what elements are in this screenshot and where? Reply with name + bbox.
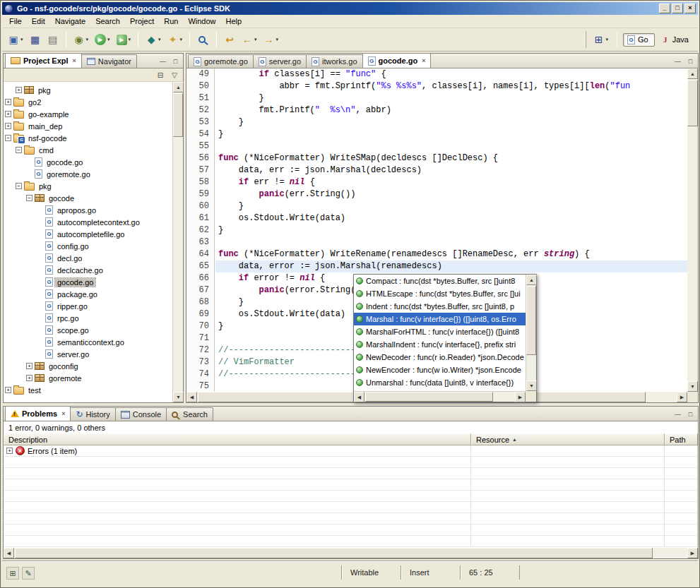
problems-tab-search[interactable]: Search	[166, 407, 213, 421]
scrollbar-thumb[interactable]	[15, 548, 653, 558]
popup-vertical-scrollbar[interactable]: ▲ ▼	[526, 275, 536, 391]
menu-window[interactable]: Window	[183, 15, 220, 28]
menu-project[interactable]: Project	[125, 15, 159, 28]
tree-expander-icon[interactable]: +	[5, 111, 11, 117]
editor-tab-itworks-go[interactable]: itworks.go	[306, 54, 363, 68]
tree-item-ripper-go[interactable]: ripper.go	[4, 300, 172, 312]
open-perspective-button[interactable]: ⊞ ▾	[591, 31, 612, 48]
problems-tab-console[interactable]: Console	[115, 407, 167, 421]
problems-horizontal-scrollbar[interactable]: ◀ ▶	[4, 548, 698, 558]
scroll-down-button[interactable]: ▼	[526, 380, 537, 391]
collapse-all-button[interactable]: ⊟	[155, 71, 166, 79]
scroll-down-button[interactable]: ▼	[687, 381, 698, 392]
table-row[interactable]	[4, 457, 698, 468]
close-icon[interactable]: ×	[61, 410, 65, 417]
menu-file[interactable]: File	[4, 15, 27, 28]
minimize-view-button[interactable]: —	[157, 56, 169, 66]
tree-expander-icon[interactable]: +	[16, 87, 22, 93]
table-row[interactable]	[4, 502, 698, 513]
tree-item-config-go[interactable]: config.go	[4, 240, 172, 252]
search-button[interactable]	[194, 31, 212, 48]
table-row[interactable]	[4, 479, 698, 491]
code-line[interactable]: data, error := json.Marshal(renamedescs)	[215, 260, 687, 272]
completion-item[interactable]: MarshalIndent : func(v interface{}, pref…	[354, 338, 526, 351]
tree-item-test[interactable]: +test	[4, 384, 172, 396]
fast-view-button[interactable]: ⊞	[6, 567, 19, 580]
tree-expander-icon[interactable]: +	[5, 99, 11, 105]
tree-item-pkg[interactable]: −pkg	[4, 180, 172, 192]
completion-item[interactable]: Marshal : func(v interface{}) ([]uint8, …	[354, 313, 526, 325]
problems-tab-history[interactable]: ↻History	[70, 407, 115, 421]
popup-horizontal-scrollbar[interactable]: ◀ ▶	[354, 391, 526, 402]
view-menu-button[interactable]: ▽	[169, 71, 180, 79]
table-row[interactable]	[4, 513, 698, 524]
tree-expander-icon[interactable]: +	[5, 387, 11, 393]
column-header-resource[interactable]: Resource▲	[471, 433, 665, 445]
tree-expander-icon[interactable]: +	[5, 123, 11, 129]
column-header-path[interactable]: Path	[665, 433, 698, 445]
tree-item-pkg[interactable]: +pkg	[4, 84, 172, 96]
tree-item-gocode-go[interactable]: gocode.go	[4, 276, 172, 288]
completion-item[interactable]: Compact : func(dst *bytes.Buffer, src []…	[354, 275, 526, 287]
menu-help[interactable]: Help	[221, 15, 247, 28]
scrollbar-thumb[interactable]	[687, 80, 698, 126]
tree-item-go-example[interactable]: +go-example	[4, 108, 172, 120]
completion-item[interactable]: Indent : func(dst *bytes.Buffer, src []u…	[354, 300, 526, 313]
run-external-tools-button[interactable]: ▶▾	[114, 32, 134, 48]
go-perspective-button[interactable]: Go	[623, 33, 655, 47]
table-row[interactable]	[4, 468, 698, 479]
run-button[interactable]: ▶▾	[92, 31, 113, 48]
pencil-icon[interactable]: ✎	[22, 567, 35, 580]
code-line[interactable]: }	[215, 200, 687, 212]
maximize-view-button[interactable]: □	[684, 56, 696, 66]
scrollbar-thumb[interactable]	[526, 286, 536, 355]
scroll-left-button[interactable]: ◀	[186, 392, 197, 402]
editor-tab-goremote-go[interactable]: goremote.go	[188, 54, 254, 68]
code-line[interactable]: fmt.Printf(" %s\n", abbr)	[215, 104, 687, 116]
tree-item-goremote[interactable]: +goremote	[4, 372, 172, 384]
code-line[interactable]	[215, 236, 687, 248]
editor-tab-gocode-go[interactable]: gocode.go×	[362, 53, 432, 68]
menu-navigate[interactable]: Navigate	[50, 15, 90, 28]
code-line[interactable]: }	[215, 224, 687, 236]
maximize-view-button[interactable]: □	[170, 56, 182, 66]
tree-item-apropos-go[interactable]: apropos.go	[4, 204, 172, 216]
close-icon[interactable]: ×	[73, 57, 76, 64]
print-button[interactable]: ▤	[45, 31, 61, 48]
code-line[interactable]: if err != nil {	[215, 176, 687, 188]
scroll-up-button[interactable]: ▲	[687, 68, 698, 79]
scroll-right-button[interactable]: ▶	[687, 548, 698, 558]
titlebar[interactable]: Go - nsf-gocode/src/pkg/gocode/gocode.go…	[2, 2, 698, 15]
tree-expander-icon[interactable]: −	[16, 147, 22, 153]
scroll-left-button[interactable]: ◀	[354, 392, 364, 402]
tree-expander-icon[interactable]: −	[5, 135, 11, 141]
scrollbar-thumb[interactable]	[365, 392, 493, 402]
forward-button[interactable]: →▾	[261, 31, 282, 48]
menu-search[interactable]: Search	[90, 15, 125, 28]
tree-expander-icon[interactable]: −	[26, 195, 32, 201]
code-line[interactable]: func (*NiceFormatter) WriteRename(rename…	[215, 248, 687, 260]
maximize-view-button[interactable]: □	[684, 409, 696, 419]
tree-item-gocode-go[interactable]: gocode.go	[4, 156, 172, 168]
java-perspective-button[interactable]: J Java	[657, 33, 695, 46]
scroll-right-button[interactable]: ▶	[515, 392, 526, 402]
tree-item-go2[interactable]: +go2	[4, 96, 172, 108]
minimize-view-button[interactable]: —	[672, 56, 684, 66]
table-row[interactable]	[4, 524, 698, 536]
last-edit-location-button[interactable]: ↩	[221, 31, 238, 48]
scroll-right-button[interactable]: ▶	[677, 392, 687, 402]
minimize-view-button[interactable]: —	[672, 409, 684, 419]
table-row[interactable]: +×Errors (1 item)	[4, 445, 698, 457]
tree-item-server-go[interactable]: server.go	[4, 348, 172, 360]
tree-item-goremote-go[interactable]: goremote.go	[4, 168, 172, 180]
code-line[interactable]: abbr = fmt.Sprintf("%s %s%s", classes[i]…	[215, 80, 687, 92]
new-java-element-button[interactable]: ✦▾	[165, 31, 186, 48]
problems-tab-problems[interactable]: Problems×	[5, 406, 71, 421]
menu-edit[interactable]: Edit	[27, 15, 50, 28]
table-row[interactable]	[4, 491, 698, 502]
tree-item-package-go[interactable]: package.go	[4, 288, 172, 300]
tree-item-gocode[interactable]: −gocode	[4, 192, 172, 204]
save-button[interactable]: ▦	[27, 31, 44, 48]
close-button[interactable]: ×	[684, 4, 696, 13]
column-header-description[interactable]: Description	[4, 433, 471, 445]
